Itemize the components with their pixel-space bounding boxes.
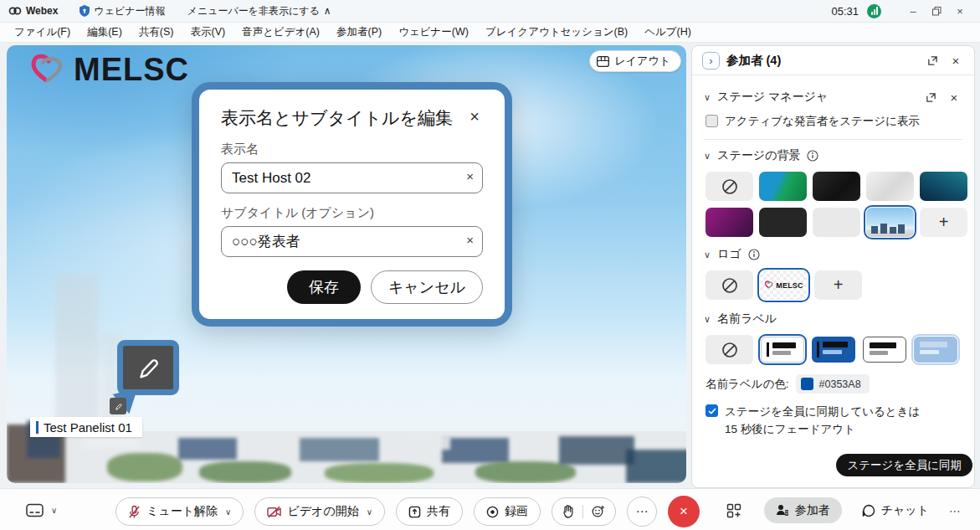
background-black-swatch[interactable] bbox=[813, 172, 860, 201]
name-label-color-hex: #0353A8 bbox=[819, 378, 861, 390]
webex-brand: Webex bbox=[8, 5, 58, 17]
name-label-color-picker[interactable]: #0353A8 bbox=[796, 374, 870, 394]
webinar-info-label: ウェビナー情報 bbox=[94, 4, 165, 18]
window-minimize-button[interactable]: – bbox=[901, 3, 925, 19]
webinar-info-button[interactable]: ウェビナー情報 bbox=[80, 4, 165, 18]
name-label-styles bbox=[705, 335, 962, 364]
close-panel-icon[interactable]: × bbox=[947, 52, 964, 69]
menu-help[interactable]: ヘルプ(H) bbox=[637, 23, 699, 41]
apps-button[interactable] bbox=[724, 501, 744, 521]
popout-panel-icon[interactable] bbox=[924, 52, 941, 69]
close-stage-manager-icon[interactable]: × bbox=[946, 89, 962, 105]
shield-icon bbox=[80, 5, 90, 17]
background-green-swatch[interactable] bbox=[759, 172, 807, 201]
chevron-down-icon[interactable]: ∨ bbox=[704, 151, 711, 162]
pencil-icon bbox=[114, 402, 123, 411]
popout-stage-manager-icon[interactable] bbox=[922, 89, 939, 105]
background-teal-swatch[interactable] bbox=[920, 172, 967, 201]
background-lightgray-swatch[interactable] bbox=[813, 208, 860, 237]
logo-none-swatch[interactable] bbox=[705, 270, 753, 300]
active-speaker-checkbox[interactable] bbox=[705, 115, 718, 127]
captions-button[interactable] bbox=[23, 499, 45, 521]
name-label-style1-swatch-selected[interactable] bbox=[761, 337, 804, 363]
leave-meeting-button[interactable]: × bbox=[668, 496, 700, 527]
save-button[interactable]: 保存 bbox=[287, 270, 361, 304]
chat-label: チャット bbox=[881, 503, 929, 518]
share-button[interactable]: 共有 bbox=[396, 497, 463, 526]
clear-name-icon[interactable]: × bbox=[466, 169, 474, 183]
logo-add-button[interactable]: + bbox=[814, 270, 862, 300]
chevron-down-icon[interactable]: ∨ bbox=[704, 92, 711, 103]
divider bbox=[582, 505, 583, 518]
chat-button[interactable]: チャット bbox=[862, 503, 929, 518]
display-name-input[interactable] bbox=[221, 162, 483, 193]
unmute-button[interactable]: ミュート解除 ∨ bbox=[115, 497, 244, 526]
connection-indicator-icon bbox=[867, 4, 881, 18]
check-icon bbox=[708, 408, 716, 414]
name-label-style3-swatch[interactable] bbox=[863, 337, 906, 363]
hide-menubar-button[interactable]: メニューバーを非表示にする ∧ bbox=[187, 4, 331, 18]
menu-webinar[interactable]: ウェビナー(W) bbox=[391, 23, 476, 41]
background-purple-swatch[interactable] bbox=[705, 208, 753, 237]
background-darkgray-swatch[interactable] bbox=[759, 208, 807, 237]
background-add-button[interactable]: + bbox=[920, 208, 967, 237]
more-panels-button[interactable]: ⋯ bbox=[949, 504, 962, 517]
menu-audio-video[interactable]: 音声とビデオ(A) bbox=[234, 23, 327, 41]
menu-file[interactable]: ファイル(F) bbox=[7, 23, 78, 41]
sync-stage-button[interactable]: ステージを全員に同期 bbox=[836, 454, 972, 476]
chevron-up-icon: ∧ bbox=[324, 5, 331, 17]
pencil-icon bbox=[134, 353, 162, 382]
apps-grid-icon bbox=[726, 503, 741, 518]
start-video-button[interactable]: ビデオの開始 ∨ bbox=[254, 497, 385, 526]
dialog-title: 表示名とサブタイトルを編集 bbox=[221, 106, 453, 130]
captions-chevron-icon[interactable]: ∨ bbox=[51, 506, 57, 515]
info-icon[interactable] bbox=[807, 150, 818, 162]
reactions-smiley-icon[interactable] bbox=[592, 505, 605, 518]
subtitle-input[interactable] bbox=[221, 226, 483, 257]
meeting-timer: 05:31 bbox=[831, 5, 859, 18]
background-white-swatch[interactable] bbox=[866, 172, 914, 201]
hide-menubar-label: メニューバーを非表示にする bbox=[187, 4, 320, 18]
background-city-swatch-selected[interactable] bbox=[866, 208, 914, 237]
menu-breakout[interactable]: ブレイクアウトセッション(B) bbox=[478, 23, 635, 41]
background-none-swatch[interactable] bbox=[705, 172, 753, 201]
name-label-none-swatch[interactable] bbox=[705, 335, 753, 364]
record-button[interactable]: 録画 bbox=[474, 497, 541, 526]
chevron-down-icon[interactable]: ∨ bbox=[704, 250, 711, 260]
chat-bubble-icon bbox=[862, 504, 875, 517]
participants-toggle-button[interactable]: 参加者 bbox=[764, 497, 842, 523]
background-swatches: + bbox=[705, 172, 962, 237]
layout-button[interactable]: レイアウト bbox=[589, 50, 681, 72]
window-close-button[interactable]: × bbox=[948, 3, 972, 19]
panelist-name-label: Test Panelist 01 bbox=[30, 417, 142, 437]
name-label-style4-swatch[interactable] bbox=[914, 337, 957, 363]
name-label-style2-swatch[interactable] bbox=[812, 337, 855, 363]
none-icon bbox=[721, 178, 738, 195]
cancel-button[interactable]: キャンセル bbox=[371, 270, 483, 304]
window-restore-button[interactable] bbox=[925, 3, 948, 19]
camera-off-icon bbox=[267, 506, 281, 518]
info-icon[interactable] bbox=[748, 249, 760, 260]
more-options-button[interactable]: ⋯ bbox=[627, 497, 657, 527]
menu-participants[interactable]: 参加者(P) bbox=[329, 23, 389, 41]
edit-name-pencil-button[interactable] bbox=[110, 398, 126, 414]
unmute-label: ミュート解除 bbox=[146, 504, 218, 519]
clear-subtitle-icon[interactable]: × bbox=[466, 233, 474, 247]
sync-fade-checkbox[interactable] bbox=[705, 404, 718, 417]
raise-hand-icon[interactable] bbox=[562, 505, 574, 518]
menu-edit[interactable]: 編集(E) bbox=[80, 23, 130, 41]
edit-pencil-callout[interactable] bbox=[117, 340, 179, 395]
dialog-close-icon[interactable]: × bbox=[466, 106, 483, 126]
logo-melsc-swatch-selected[interactable]: MELSC bbox=[760, 270, 808, 300]
chevron-down-icon[interactable]: ∨ bbox=[704, 314, 711, 325]
share-label: 共有 bbox=[427, 504, 450, 519]
chevron-down-icon: ∨ bbox=[225, 507, 231, 517]
panel-collapse-button[interactable]: › bbox=[702, 52, 720, 69]
participants-icon bbox=[776, 504, 789, 517]
menu-view[interactable]: 表示(V) bbox=[182, 23, 233, 41]
none-icon bbox=[721, 277, 738, 294]
closed-captions-icon bbox=[26, 503, 44, 517]
menu-share[interactable]: 共有(S) bbox=[131, 23, 182, 41]
color-swatch-icon bbox=[801, 378, 813, 390]
name-label-accent-bar bbox=[36, 421, 38, 434]
